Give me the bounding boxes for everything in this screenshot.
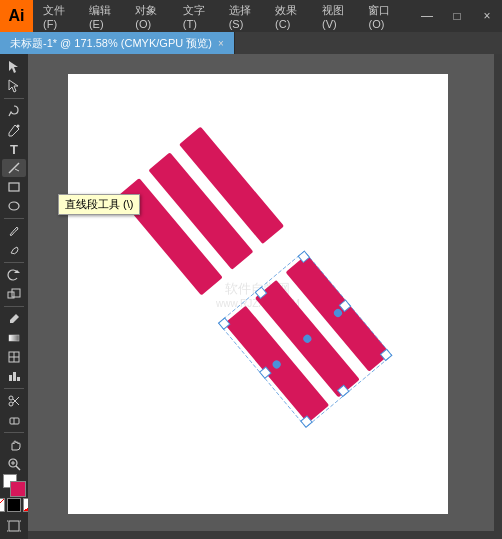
hand-tool-button[interactable] <box>2 436 26 454</box>
graph-tool-button[interactable] <box>2 367 26 385</box>
tool-separator-3 <box>4 262 24 263</box>
scale-tool-button[interactable] <box>2 285 26 303</box>
document-tab[interactable]: 未标题-1* @ 171.58% (CMYK/GPU 预览) × <box>0 32 235 54</box>
svg-point-2 <box>17 124 20 127</box>
tool-separator-5 <box>4 388 24 389</box>
svg-rect-28 <box>9 521 19 531</box>
tool-separator-2 <box>4 218 24 219</box>
direct-selection-tool-button[interactable] <box>2 77 26 95</box>
stroke-color-box[interactable] <box>11 482 25 496</box>
line-segment-tool-button[interactable] <box>2 159 26 177</box>
zoom-tool-button[interactable] <box>2 455 26 473</box>
maximize-button[interactable]: □ <box>442 0 472 32</box>
tool-separator-6 <box>4 432 24 433</box>
artwork-svg <box>68 74 448 514</box>
window-controls: — □ × <box>412 0 502 32</box>
rotate-tool-button[interactable] <box>2 266 26 284</box>
svg-rect-9 <box>12 289 20 297</box>
scissors-tool-button[interactable] <box>2 392 26 410</box>
menu-window[interactable]: 窗口(O) <box>362 0 408 32</box>
svg-rect-15 <box>9 375 12 381</box>
tab-label: 未标题-1* @ 171.58% (CMYK/GPU 预览) <box>10 36 212 51</box>
svg-point-10 <box>10 321 12 323</box>
menu-effect[interactable]: 效果(C) <box>269 0 314 32</box>
artboard-tool-button[interactable] <box>2 517 26 535</box>
menu-edit[interactable]: 编辑(E) <box>83 0 127 32</box>
color-mode-icons <box>0 498 28 512</box>
svg-rect-16 <box>13 372 16 381</box>
minimize-button[interactable]: — <box>412 0 442 32</box>
tool-tooltip: 直线段工具 (\) <box>58 194 140 215</box>
eyedrop-tool-button[interactable] <box>2 310 26 328</box>
svg-line-3 <box>9 163 19 173</box>
svg-line-25 <box>16 466 20 470</box>
brush-tool-button[interactable] <box>2 222 26 240</box>
stroke-fill-indicator[interactable] <box>3 474 25 496</box>
gradient-tool-button[interactable] <box>2 329 26 347</box>
menu-select[interactable]: 选择(S) <box>223 0 267 32</box>
menu-bar: 文件(F) 编辑(E) 对象(O) 文字(T) 选择(S) 效果(C) 视图(V… <box>33 0 412 32</box>
color-boxes <box>0 474 28 512</box>
selection-tool-button[interactable] <box>2 58 26 76</box>
menu-type[interactable]: 文字(T) <box>177 0 221 32</box>
svg-rect-11 <box>9 335 19 341</box>
canvas-area[interactable]: 软件自学网 www.RJZXW.COM <box>28 54 502 539</box>
svg-marker-0 <box>9 61 18 73</box>
ellipse-tool-button[interactable] <box>2 197 26 215</box>
document-canvas: 软件自学网 www.RJZXW.COM <box>68 74 448 514</box>
svg-marker-1 <box>9 80 18 92</box>
app-logo: Ai <box>0 0 33 32</box>
menu-file[interactable]: 文件(F) <box>37 0 81 32</box>
mesh-tool-button[interactable] <box>2 348 26 366</box>
close-button[interactable]: × <box>472 0 502 32</box>
main-area: T <box>0 54 502 539</box>
tool-separator-4 <box>4 306 24 307</box>
svg-rect-5 <box>9 183 19 191</box>
type-tool-button[interactable]: T <box>2 140 26 158</box>
lasso-tool-button[interactable] <box>2 102 26 120</box>
rect-tool-button[interactable] <box>2 178 26 196</box>
svg-point-18 <box>9 396 13 400</box>
pen-tool-button[interactable] <box>2 121 26 139</box>
menu-object[interactable]: 对象(O) <box>129 0 175 32</box>
titlebar: Ai 文件(F) 编辑(E) 对象(O) 文字(T) 选择(S) 效果(C) 视… <box>0 0 502 32</box>
blob-brush-button[interactable] <box>2 241 26 259</box>
none-color-icon[interactable] <box>0 498 5 512</box>
tab-close-button[interactable]: × <box>218 38 224 49</box>
toolbar: T <box>0 54 28 539</box>
svg-point-6 <box>9 202 19 210</box>
eraser-tool-button[interactable] <box>2 411 26 429</box>
svg-point-19 <box>9 402 13 406</box>
vertical-scrollbar[interactable] <box>494 54 502 531</box>
svg-rect-17 <box>17 377 20 381</box>
menu-view[interactable]: 视图(V) <box>316 0 360 32</box>
tool-separator-1 <box>4 98 24 99</box>
svg-line-4 <box>15 169 19 171</box>
horizontal-scrollbar[interactable] <box>28 531 502 539</box>
black-color-icon[interactable] <box>7 498 21 512</box>
tab-bar: 未标题-1* @ 171.58% (CMYK/GPU 预览) × <box>0 32 502 54</box>
